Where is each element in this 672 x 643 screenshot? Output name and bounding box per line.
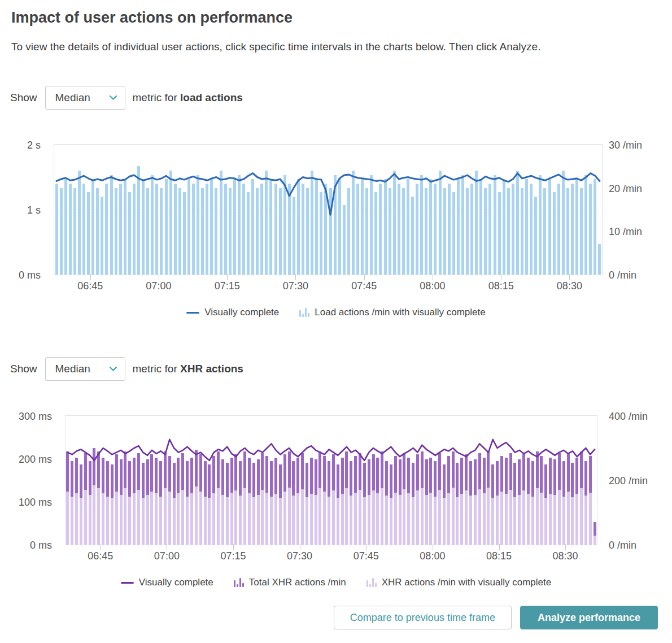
metric-target: load actions [180,92,243,103]
dropdown-value: Median [55,363,90,375]
x-axis-tick [433,544,433,550]
xhr-metric-dropdown[interactable]: Median [45,357,125,381]
show-label: Show [10,92,37,104]
line-series-swatch-icon [121,582,134,584]
x-axis-label: 07:45 [339,280,390,292]
y-axis-label: 300 ms [0,410,52,423]
x-axis-tick [101,544,101,550]
x-axis-label: 08:30 [544,280,595,292]
xhr-actions-chart-plot[interactable] [65,415,597,545]
x-axis-tick [499,544,500,550]
legend-xhr-actions-with-vc[interactable]: XHR actions /min with visually complete [366,577,551,588]
page-subtitle: To view the details of individual user a… [11,41,540,53]
x-axis-tick [233,544,234,550]
y-axis-label: 20 /min [609,183,642,195]
metric-prefix: metric for [133,363,177,375]
x-axis-tick [90,274,91,280]
y-axis-label: 0 /min [609,269,636,281]
metric-prefix: metric for [133,92,177,103]
page-title: Impact of user actions on performance [11,9,293,27]
legend-total-xhr-actions[interactable]: Total XHR actions /min [234,577,346,588]
x-axis-label: 08:00 [407,550,458,562]
bar-series-swatch-icon [299,308,309,317]
x-axis-label: 08:30 [540,550,591,562]
x-axis-label: 07:45 [341,550,391,562]
chevron-down-icon [109,95,117,101]
x-axis-tick [227,274,228,280]
legend-label: Visually complete [204,307,279,318]
x-axis-tick [569,274,570,280]
load-chart-legend: Visually complete Load actions /min with… [0,306,672,319]
legend-visually-complete[interactable]: Visually complete [121,577,213,588]
y-axis-label: 400 /min [609,410,648,423]
legend-label: XHR actions /min with visually complete [382,577,551,588]
y-axis-label: 0 ms [0,269,41,281]
x-axis-label: 06:45 [75,550,126,562]
legend-label: Total XHR actions /min [249,577,346,588]
action-buttons: Compare to previous time frame Analyze p… [334,606,658,629]
x-axis-tick [159,274,159,280]
bar-series-swatch-icon [366,578,377,587]
metric-text: metric for XHR actions [133,363,243,375]
y-axis-label: 30 /min [609,139,642,151]
chevron-down-icon [109,366,117,372]
x-axis-label: 08:15 [474,550,525,562]
xhr-metric-selector-row: Show Median metric for XHR actions [10,357,243,381]
x-axis-label: 07:30 [270,280,321,292]
y-axis-label: 100 ms [0,496,52,509]
x-axis-tick [167,544,167,550]
x-axis-label: 08:15 [475,280,526,292]
load-metric-dropdown[interactable]: Median [45,86,125,110]
analyze-button[interactable]: Analyze performance [520,606,658,629]
dropdown-value: Median [55,92,90,104]
x-axis-tick [501,274,501,280]
xhr-chart-legend: Visually complete Total XHR actions /min… [0,576,672,589]
x-axis-label: 07:00 [133,280,184,292]
y-axis-label: 200 ms [0,453,52,466]
x-axis-tick [433,274,433,280]
legend-visually-complete[interactable]: Visually complete [186,307,279,318]
y-axis-label: 0 /min [609,539,636,551]
x-axis-tick [295,274,296,280]
x-axis-label: 06:45 [65,280,116,292]
legend-label: Visually complete [139,577,213,588]
metric-text: metric for load actions [133,92,243,104]
x-axis-tick [300,544,300,550]
y-axis-label: 10 /min [609,225,642,238]
x-axis-label: 07:00 [141,550,192,562]
metric-target: XHR actions [180,363,243,375]
show-label: Show [10,363,37,375]
compare-button[interactable]: Compare to previous time frame [334,606,512,629]
x-axis-tick [366,544,366,550]
line-series-swatch-icon [186,312,199,314]
x-axis-label: 07:30 [274,550,325,562]
load-metric-selector-row: Show Median metric for load actions [10,86,243,110]
x-axis-tick [565,544,566,550]
x-axis-label: 08:00 [407,280,458,292]
legend-label: Load actions /min with visually complete [315,307,485,318]
x-axis-tick [364,274,365,280]
y-axis-label: 2 s [0,139,41,151]
y-axis-label: 200 /min [609,475,648,487]
legend-load-actions-per-min[interactable]: Load actions /min with visually complete [299,307,485,318]
x-axis-label: 07:15 [202,280,252,292]
y-axis-label: 0 ms [0,539,52,551]
x-axis-label: 07:15 [208,550,259,562]
load-actions-chart-plot[interactable] [54,144,603,275]
y-axis-label: 1 s [0,204,41,216]
bar-series-swatch-icon [234,578,244,587]
